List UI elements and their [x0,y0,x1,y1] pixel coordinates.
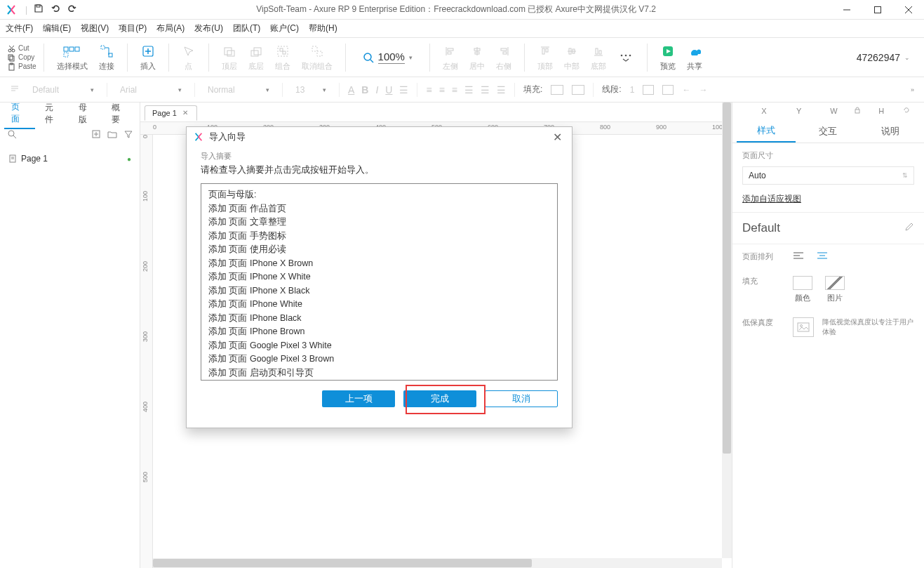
filter-icon[interactable] [124,130,133,140]
tab-widgets[interactable]: 元件 [38,99,69,128]
font-size-dropdown[interactable]: 13▾ [291,84,330,96]
fill-swatch[interactable] [551,85,563,95]
valign-mid-icon[interactable]: ☰ [481,84,490,95]
rotate-icon[interactable] [903,107,910,115]
line-width[interactable]: 1 [630,85,635,95]
select-mode-button[interactable]: 选择模式 [57,43,88,72]
finish-button[interactable]: 完成 [403,390,476,407]
page-size-label: 页面尺寸 [742,150,914,161]
tab-outline[interactable]: 概要 [105,99,135,128]
add-page-icon[interactable] [92,130,100,140]
menu-publish[interactable]: 发布(U) [194,22,223,34]
page-tree-item[interactable]: Page 1 ● [7,152,133,166]
menu-project[interactable]: 项目(P) [119,22,147,34]
zoom-control[interactable]: 100% ▾ [363,51,413,64]
tab-interaction[interactable]: 交互 [798,121,857,142]
import-wizard-dialog: 导入向导 ✕ 导入摘要 请检查导入摘要并点击完成按钮开始导入。 页面与母版:添加… [186,126,573,428]
svg-line-32 [370,60,373,62]
style-preset-dropdown[interactable]: Default▾ [28,84,98,96]
valign-bot-icon[interactable]: ☰ [497,84,506,95]
tab-style[interactable]: 样式 [737,120,796,143]
account-button[interactable]: 47262947 ⌄ [857,52,910,63]
insert-button[interactable]: 插入 [140,43,156,72]
italic-icon[interactable]: I [375,84,378,95]
cancel-button[interactable]: 取消 [485,390,558,407]
edit-icon[interactable] [904,221,914,235]
align-right-icon[interactable]: ≡ [452,84,457,95]
menu-team[interactable]: 团队(T) [233,22,260,34]
maximize-button[interactable] [862,0,893,20]
underline-icon[interactable]: U [385,84,392,95]
default-style-header[interactable]: Default [732,212,924,244]
menu-file[interactable]: 文件(F) [6,22,33,34]
dialog-close-button[interactable]: ✕ [549,129,566,145]
import-summary-list[interactable]: 页面与母版:添加 页面 作品首页添加 页面 文章整理添加 页面 手势图标添加 页… [201,183,558,381]
preview-button[interactable]: 预览 [660,43,676,72]
menu-view[interactable]: 视图(V) [81,22,109,34]
line-style[interactable] [643,85,654,95]
canvas-tab[interactable]: Page 1 ✕ [145,105,197,121]
line-dash[interactable] [662,85,674,95]
cut-button[interactable]: Cut [7,44,36,53]
svg-rect-16 [64,53,68,57]
prev-button[interactable]: 上一项 [322,390,395,407]
share-button[interactable]: 共享 [687,43,702,72]
redo-icon[interactable] [64,4,81,15]
search-icon[interactable] [7,129,17,141]
text-color-icon[interactable]: A [348,84,354,95]
list-icon[interactable]: ☰ [399,84,408,95]
scrollbar-horizontal[interactable] [153,558,722,568]
lock-icon[interactable] [854,107,861,115]
page-align-center[interactable] [817,251,828,261]
svg-line-59 [13,136,16,138]
fill-color-swatch[interactable] [793,276,812,290]
fidelity-placeholder[interactable] [793,317,814,337]
stylebar-overflow-icon[interactable]: » [911,86,914,93]
scrollbar-vertical[interactable] [722,103,732,558]
ribbon-toolbar: Cut Copy Paste 选择模式 连接 插入 点 顶层 底层 组合 取消组… [0,38,924,77]
search-icon [363,52,374,63]
valign-top-icon[interactable]: ☰ [464,84,474,95]
import-list-item: 添加 页面 IPhone X Black [208,284,550,298]
svg-rect-40 [501,48,507,51]
menu-account[interactable]: 账户(C) [270,22,299,34]
minimize-button[interactable] [831,0,862,20]
menu-edit[interactable]: 编辑(E) [43,22,71,34]
arrow-right[interactable]: → [699,85,707,95]
align-left-icon[interactable]: ≡ [426,84,431,95]
dist-mid-button: 中部 [564,43,580,72]
copy-button[interactable]: Copy [7,53,36,62]
menu-layout[interactable]: 布局(A) [156,22,185,34]
close-tab-icon[interactable]: ✕ [182,109,188,117]
tab-masters[interactable]: 母版 [72,99,102,128]
style-toolbar: Default▾ Arial▾ Normal▾ 13▾ A B I U ☰ ≡ … [0,77,924,103]
align-center-icon[interactable]: ≡ [439,84,445,95]
paste-button[interactable]: Paste [7,62,36,71]
svg-rect-50 [599,51,601,54]
ribbon-overflow-button[interactable] [619,53,633,62]
svg-rect-28 [283,51,286,54]
arrow-left[interactable]: ← [682,85,690,95]
adaptive-view-link[interactable]: 添加自适应视图 [742,193,914,205]
fill-pattern[interactable] [572,85,584,95]
font-dropdown[interactable]: Arial▾ [116,84,186,96]
svg-rect-49 [596,48,598,54]
tab-notes[interactable]: 说明 [861,121,920,142]
save-icon[interactable] [30,4,47,15]
undo-icon[interactable] [47,4,64,15]
close-button[interactable] [893,0,924,20]
svg-rect-66 [855,110,859,113]
add-folder-icon[interactable] [107,130,117,140]
bold-icon[interactable]: B [361,84,368,95]
svg-rect-27 [280,48,283,51]
connect-button[interactable]: 连接 [99,43,114,72]
dialog-subtext: 请检查导入摘要并点击完成按钮开始导入。 [201,164,558,176]
page-size-select[interactable]: Auto ⇅ [742,166,914,185]
fill-image-swatch[interactable] [825,276,845,290]
menu-help[interactable]: 帮助(H) [309,22,337,34]
page-tree-label: Page 1 [21,154,48,164]
page-align-left[interactable] [793,251,804,261]
titlebar-separator: | [25,5,27,15]
ruler-vertical: 0 100 200 300 400 500 [140,135,153,568]
font-weight-dropdown[interactable]: Normal▾ [203,84,274,96]
